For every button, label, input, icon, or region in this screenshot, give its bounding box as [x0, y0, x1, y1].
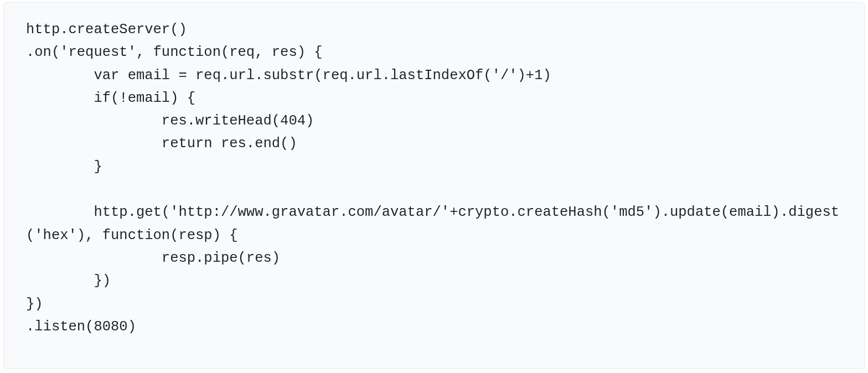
- code-block: http.createServer() .on('request', funct…: [3, 2, 865, 369]
- code-content: http.createServer() .on('request', funct…: [26, 18, 842, 338]
